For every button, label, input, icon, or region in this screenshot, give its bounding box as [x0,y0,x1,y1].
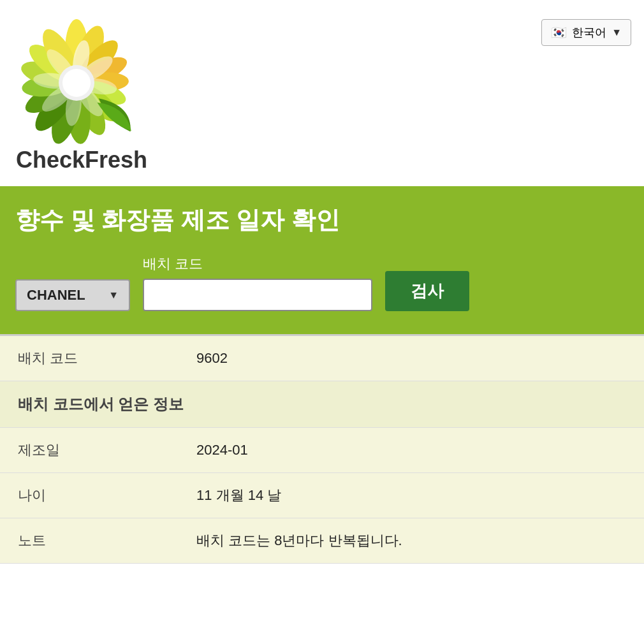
note-label: 노트 [18,531,196,550]
section-header-label: 배치 코드에서 얻은 정보 [18,394,196,414]
language-selector[interactable]: 🇰🇷 한국어 ▼ [541,19,631,46]
batch-code-value: 9602 [196,350,228,367]
language-label: 한국어 [572,25,606,40]
batch-label: 배치 코드 [143,254,372,274]
batch-code-row: 배치 코드 9602 [0,336,644,381]
batch-form-group: 배치 코드 [143,254,372,311]
chevron-down-icon: ▼ [108,289,119,301]
header: CheckFresh 🇰🇷 한국어 ▼ [0,0,644,180]
manufacture-label: 제조일 [18,441,196,460]
search-form: CHANEL ▼ 배치 코드 검사 [15,254,629,311]
brand-value: CHANEL [27,287,85,304]
age-value: 11 개월 14 날 [196,486,281,505]
manufacture-value: 2024-01 [196,442,248,458]
manufacture-row: 제조일 2024-01 [0,428,644,473]
age-row: 나이 11 개월 14 날 [0,473,644,518]
note-row: 노트 배치 코드는 8년마다 반복됩니다. [0,518,644,564]
logo-flower [6,13,147,153]
logo-area: CheckFresh [13,13,147,173]
batch-code-label: 배치 코드 [18,349,196,368]
svg-point-25 [62,69,91,97]
brand-form-group: CHANEL ▼ [15,279,130,311]
results-table: 배치 코드 9602 배치 코드에서 얻은 정보 제조일 2024-01 나이 … [0,334,644,564]
banner-title: 향수 및 화장품 제조 일자 확인 [15,204,629,237]
note-value: 배치 코드는 8년마다 반복됩니다. [196,531,402,550]
batch-input[interactable] [143,279,372,311]
logo-text: CheckFresh [16,147,147,173]
search-button[interactable]: 검사 [385,271,469,311]
age-label: 나이 [18,486,196,505]
search-banner: 향수 및 화장품 제조 일자 확인 CHANEL ▼ 배치 코드 검사 [0,186,644,334]
flag-icon: 🇰🇷 [551,25,567,40]
section-header-row: 배치 코드에서 얻은 정보 [0,381,644,428]
brand-select[interactable]: CHANEL ▼ [15,279,130,311]
chevron-down-icon: ▼ [611,27,622,38]
